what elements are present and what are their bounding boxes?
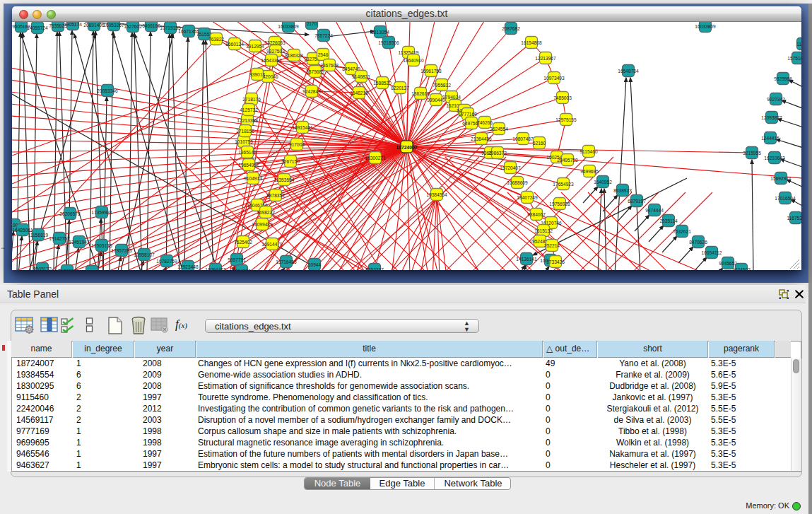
svg-text:1640952: 1640952 bbox=[594, 180, 612, 185]
svg-text:2087682: 2087682 bbox=[502, 26, 520, 31]
svg-text:19654952: 19654952 bbox=[238, 163, 259, 168]
svg-text:16548784: 16548784 bbox=[618, 69, 639, 74]
svg-text:1244415: 1244415 bbox=[761, 136, 779, 141]
svg-text:12213369: 12213369 bbox=[237, 118, 258, 123]
svg-text:1010755: 1010755 bbox=[235, 139, 253, 144]
svg-text:1362615: 1362615 bbox=[411, 91, 430, 96]
svg-text:53226053: 53226053 bbox=[264, 40, 286, 45]
svg-text:20206578: 20206578 bbox=[59, 211, 81, 216]
svg-text:8470626: 8470626 bbox=[689, 240, 707, 245]
svg-text:14055724: 14055724 bbox=[27, 25, 48, 30]
svg-text:9794024: 9794024 bbox=[442, 95, 461, 100]
svg-text:8220137: 8220137 bbox=[391, 86, 409, 90]
svg-text:12093877: 12093877 bbox=[761, 115, 782, 120]
svg-text:7485003: 7485003 bbox=[553, 95, 572, 100]
svg-text:18640910: 18640910 bbox=[403, 58, 424, 63]
svg-text:16094402: 16094402 bbox=[205, 267, 226, 271]
svg-text:10944: 10944 bbox=[308, 262, 322, 267]
svg-text:9327503: 9327503 bbox=[266, 49, 285, 54]
svg-text:3912954: 3912954 bbox=[246, 44, 264, 49]
svg-text:8878352: 8878352 bbox=[266, 193, 285, 198]
svg-text:2367608: 2367608 bbox=[320, 63, 339, 68]
svg-text:746266: 746266 bbox=[477, 120, 493, 125]
svg-text:6466160: 6466160 bbox=[142, 23, 160, 28]
svg-text:12505135: 12505135 bbox=[91, 243, 112, 248]
svg-text:9227342: 9227342 bbox=[767, 97, 785, 102]
svg-text:62160: 62160 bbox=[533, 141, 546, 146]
svg-text:10807487: 10807487 bbox=[512, 136, 534, 141]
svg-text:6879197: 6879197 bbox=[628, 199, 646, 204]
svg-text:2718176: 2718176 bbox=[242, 97, 261, 102]
svg-text:9505132: 9505132 bbox=[33, 267, 52, 271]
svg-text:16485061: 16485061 bbox=[12, 228, 33, 233]
svg-text:8676309: 8676309 bbox=[58, 269, 76, 271]
svg-text:1527602: 1527602 bbox=[124, 24, 142, 29]
svg-text:2986372: 2986372 bbox=[488, 151, 507, 156]
svg-text:9245652: 9245652 bbox=[719, 261, 737, 266]
svg-text:939013: 939013 bbox=[249, 72, 265, 77]
svg-text:8660124: 8660124 bbox=[225, 42, 244, 47]
svg-text:16154808: 16154808 bbox=[521, 40, 542, 45]
svg-text:16210643: 16210643 bbox=[764, 156, 785, 160]
svg-text:16782759: 16782759 bbox=[156, 259, 177, 264]
svg-text:16033809: 16033809 bbox=[695, 24, 716, 29]
svg-text:12923448: 12923448 bbox=[177, 264, 199, 269]
svg-text:17957283: 17957283 bbox=[111, 248, 132, 253]
svg-text:17359924: 17359924 bbox=[91, 210, 112, 215]
svg-text:10958107: 10958107 bbox=[134, 252, 155, 257]
svg-text:15751074: 15751074 bbox=[787, 56, 801, 61]
svg-text:28495758: 28495758 bbox=[557, 158, 578, 163]
svg-text:2546: 2546 bbox=[318, 52, 329, 57]
svg-text:8938923: 8938923 bbox=[613, 188, 632, 193]
svg-text:9242848: 9242848 bbox=[302, 89, 321, 94]
svg-text:16961758: 16961758 bbox=[420, 69, 442, 74]
svg-text:8375685: 8375685 bbox=[306, 69, 324, 74]
svg-text:17654923: 17654923 bbox=[553, 182, 574, 187]
svg-text:10973493: 10973493 bbox=[543, 76, 565, 81]
svg-text:1498222: 1498222 bbox=[257, 210, 275, 215]
svg-text:917004: 917004 bbox=[289, 142, 305, 147]
svg-text:12975155: 12975155 bbox=[555, 117, 577, 122]
svg-text:11124: 11124 bbox=[796, 42, 801, 47]
svg-text:19142757: 19142757 bbox=[49, 236, 70, 241]
svg-text:12213967: 12213967 bbox=[535, 56, 556, 61]
svg-text:11353594: 11353594 bbox=[274, 177, 295, 182]
svg-text:19756928: 19756928 bbox=[549, 201, 570, 206]
svg-text:3215955: 3215955 bbox=[743, 151, 761, 156]
svg-text:7625402: 7625402 bbox=[234, 240, 252, 245]
svg-text:19384554: 19384554 bbox=[426, 192, 447, 197]
svg-text:9699695: 9699695 bbox=[580, 169, 599, 174]
svg-text:9104913: 9104913 bbox=[244, 176, 262, 181]
svg-text:1588520: 1588520 bbox=[373, 81, 392, 86]
svg-text:18407249: 18407249 bbox=[517, 195, 538, 200]
svg-text:2170: 2170 bbox=[307, 22, 317, 26]
svg-text:21364436: 21364436 bbox=[471, 136, 492, 141]
svg-text:13451947: 13451947 bbox=[69, 240, 90, 245]
svg-text:9657791: 9657791 bbox=[228, 257, 246, 262]
svg-text:1167533: 1167533 bbox=[787, 216, 801, 221]
svg-text:13716485: 13716485 bbox=[276, 259, 297, 264]
svg-text:1648218: 1648218 bbox=[350, 90, 368, 95]
svg-text:4125732: 4125732 bbox=[240, 107, 258, 112]
svg-text:9329966: 9329966 bbox=[774, 76, 792, 81]
svg-text:9252237: 9252237 bbox=[365, 267, 384, 271]
svg-text:14099483: 14099483 bbox=[252, 222, 273, 227]
svg-text:252214: 252214 bbox=[544, 243, 560, 248]
svg-text:2718156: 2718156 bbox=[236, 129, 254, 134]
svg-text:7694350: 7694350 bbox=[233, 269, 251, 271]
svg-text:11156819: 11156819 bbox=[28, 233, 49, 238]
svg-text:16033809: 16033809 bbox=[278, 24, 299, 29]
svg-text:1905174: 1905174 bbox=[64, 22, 82, 27]
svg-text:16543362: 16543362 bbox=[261, 58, 282, 63]
svg-text:16914479: 16914479 bbox=[261, 242, 283, 247]
svg-text:20691406: 20691406 bbox=[83, 23, 105, 28]
svg-text:16915441: 16915441 bbox=[292, 125, 313, 130]
svg-text:1365149: 1365149 bbox=[238, 150, 257, 155]
svg-text:8303022: 8303022 bbox=[83, 269, 101, 271]
svg-text:7857224: 7857224 bbox=[314, 33, 333, 38]
svg-text:7632621: 7632621 bbox=[673, 229, 691, 234]
svg-text:9146821: 9146821 bbox=[352, 74, 370, 79]
svg-text:8186323: 8186323 bbox=[285, 53, 303, 58]
svg-text:14136141: 14136141 bbox=[516, 257, 537, 262]
svg-text:10654112: 10654112 bbox=[702, 250, 722, 255]
